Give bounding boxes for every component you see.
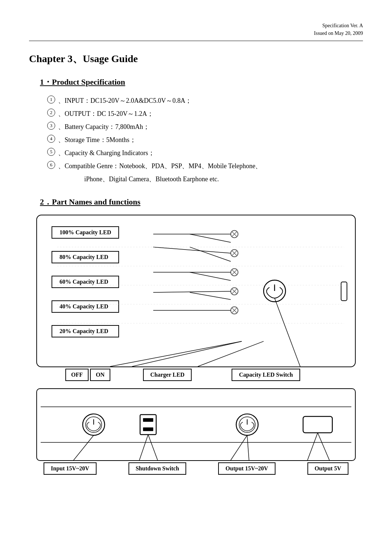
list-item-4: 4 、Storage Time：5Months； bbox=[47, 133, 363, 146]
issue-date: Issued on May 20, 2009 bbox=[29, 29, 363, 37]
charger-led-label: Charger LED bbox=[143, 369, 192, 381]
svg-line-45 bbox=[74, 435, 94, 460]
svg-rect-39 bbox=[143, 418, 153, 422]
list-num-3: 3 bbox=[47, 122, 55, 130]
svg-line-14 bbox=[232, 308, 237, 313]
spec-list: 1 、INPUT：DC15-20V～2.0A&DC5.0V～0.8A； 2 、O… bbox=[47, 94, 363, 186]
header-rule bbox=[29, 41, 363, 41]
svg-line-7 bbox=[232, 270, 237, 275]
svg-line-4 bbox=[232, 251, 237, 255]
chapter-title: Chapter 3、Usage Guide bbox=[29, 52, 363, 66]
svg-point-6 bbox=[231, 269, 238, 276]
svg-line-10 bbox=[232, 289, 237, 293]
port-labels-row: Input 15V~20V Shutdown Switch Output 15V… bbox=[36, 462, 356, 475]
shutdown-label: Shutdown Switch bbox=[128, 462, 187, 475]
svg-line-18 bbox=[153, 291, 230, 292]
list-num-6: 6 bbox=[47, 161, 55, 169]
svg-line-49 bbox=[247, 435, 249, 460]
diagram-gap bbox=[36, 381, 356, 388]
list-num-1: 1 bbox=[47, 96, 55, 104]
section2-title: 2．Part Names and functions bbox=[40, 197, 363, 207]
charger-led-group: Charger LED bbox=[143, 369, 192, 381]
list-num-4: 4 bbox=[47, 135, 55, 143]
led-labels-group: 100% Capacity LED 80% Capacity LED 60% C… bbox=[52, 226, 119, 337]
ports-diagram bbox=[36, 388, 356, 461]
led-100: 100% Capacity LED bbox=[52, 226, 119, 239]
list-num-5: 5 bbox=[47, 148, 55, 156]
svg-point-0 bbox=[231, 231, 238, 238]
list-num-2: 2 bbox=[47, 109, 55, 117]
svg-line-16 bbox=[153, 247, 230, 253]
svg-line-5 bbox=[232, 251, 237, 255]
input-port-group: Input 15V~20V bbox=[44, 462, 97, 475]
svg-line-27 bbox=[132, 341, 242, 366]
list-text-6: 、Compatible Genre：Notebook、PDA、PSP、MP4、M… bbox=[58, 159, 262, 186]
capacity-switch-group: Capacity LED Switch bbox=[232, 369, 300, 381]
off-on-group: OFF ON bbox=[65, 369, 110, 381]
svg-point-3 bbox=[231, 250, 238, 257]
output-high-group: Output 15V~20V bbox=[218, 462, 275, 475]
list-text-4: 、Storage Time：5Months； bbox=[58, 133, 136, 146]
svg-line-13 bbox=[232, 308, 237, 313]
svg-line-47 bbox=[148, 434, 158, 460]
led-20: 20% Capacity LED bbox=[52, 325, 119, 337]
svg-line-1 bbox=[232, 232, 237, 236]
svg-line-2 bbox=[232, 232, 237, 236]
spec-version: Specification Ver. A bbox=[29, 22, 363, 29]
svg-line-29 bbox=[274, 298, 300, 366]
led-60: 60% Capacity LED bbox=[52, 276, 119, 288]
section1-title: 1・Product Specification bbox=[40, 77, 363, 88]
svg-rect-40 bbox=[143, 428, 153, 431]
output-high-label: Output 15V~20V bbox=[218, 462, 275, 475]
battery-diagram: 100% Capacity LED 80% Capacity LED 60% C… bbox=[36, 215, 356, 367]
svg-line-28 bbox=[198, 341, 264, 366]
output-5v-label: Output 5V bbox=[307, 462, 348, 475]
list-item-5: 5 、Capacity & Charging Indicators； bbox=[47, 146, 363, 159]
svg-line-50 bbox=[307, 433, 318, 460]
page: Specification Ver. A Issued on May 20, 2… bbox=[0, 0, 392, 497]
list-text-1: 、INPUT：DC15-20V～2.0A&DC5.0V～0.8A； bbox=[58, 94, 192, 107]
off-label: OFF bbox=[65, 369, 89, 381]
list-item-6: 6 、Compatible Genre：Notebook、PDA、PSP、MP4… bbox=[47, 159, 363, 186]
list-item-2: 2 、OUTPUT：DC 15-20V～1.2A； bbox=[47, 107, 363, 120]
output-5v-group: Output 5V bbox=[307, 462, 348, 475]
led-80: 80% Capacity LED bbox=[52, 251, 119, 263]
svg-line-48 bbox=[231, 435, 247, 460]
diagram-area: 100% Capacity LED 80% Capacity LED 60% C… bbox=[36, 215, 356, 475]
list-text-3: 、Battery Capacity：7,800mAh； bbox=[58, 120, 150, 133]
off-on-row: OFF ON bbox=[65, 369, 110, 381]
svg-point-24 bbox=[264, 280, 285, 301]
svg-line-51 bbox=[318, 433, 329, 460]
svg-line-26 bbox=[110, 341, 241, 366]
svg-line-8 bbox=[232, 270, 237, 275]
capacity-switch-label: Capacity LED Switch bbox=[232, 369, 300, 381]
list-item-1: 1 、INPUT：DC15-20V～2.0A&DC5.0V～0.8A； bbox=[47, 94, 363, 107]
shutdown-group: Shutdown Switch bbox=[128, 462, 187, 475]
header-info: Specification Ver. A Issued on May 20, 2… bbox=[29, 22, 363, 37]
svg-line-23 bbox=[190, 292, 231, 300]
svg-rect-38 bbox=[140, 415, 156, 435]
svg-point-9 bbox=[231, 288, 238, 295]
led-40: 40% Capacity LED bbox=[52, 300, 119, 313]
input-label: Input 15V~20V bbox=[44, 462, 97, 475]
on-label: ON bbox=[90, 369, 110, 381]
svg-rect-25 bbox=[341, 282, 347, 301]
svg-line-11 bbox=[232, 289, 237, 293]
list-item-3: 3 、Battery Capacity：7,800mAh； bbox=[47, 120, 363, 133]
bottom-labels-battery: OFF ON Charger LED Capacity LED Switch bbox=[36, 369, 356, 381]
svg-line-22 bbox=[190, 272, 231, 280]
svg-line-20 bbox=[190, 234, 231, 243]
ports-svg bbox=[37, 389, 355, 460]
svg-rect-44 bbox=[303, 416, 332, 433]
svg-line-21 bbox=[190, 247, 231, 262]
svg-point-12 bbox=[231, 307, 238, 314]
svg-line-46 bbox=[139, 434, 148, 460]
list-text-5: 、Capacity & Charging Indicators； bbox=[58, 146, 155, 159]
list-text-2: 、OUTPUT：DC 15-20V～1.2A； bbox=[58, 107, 154, 120]
